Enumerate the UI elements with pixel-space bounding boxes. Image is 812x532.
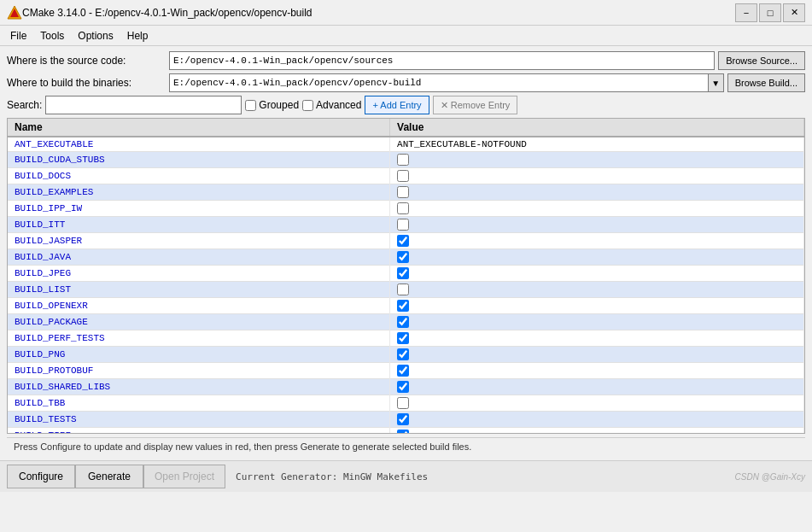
entry-checkbox[interactable] <box>397 186 409 198</box>
entry-value[interactable] <box>390 266 804 282</box>
entry-name: BUILD_PROTOBUF <box>8 363 390 379</box>
entry-checkbox[interactable] <box>397 316 409 328</box>
table-row: BUILD_SHARED_LIBS <box>8 379 804 395</box>
open-project-button[interactable]: Open Project <box>143 465 225 488</box>
entry-value[interactable] <box>390 363 804 379</box>
table-row: BUILD_TIFF <box>8 428 804 435</box>
app-icon <box>7 5 22 20</box>
entry-value[interactable] <box>390 282 804 298</box>
advanced-checkbox[interactable] <box>302 100 313 111</box>
remove-entry-button[interactable]: ✕ Remove Entry <box>433 96 518 114</box>
browse-source-button[interactable]: Browse Source... <box>718 51 805 70</box>
configure-button[interactable]: Configure <box>7 465 75 488</box>
build-dropdown-arrow[interactable]: ▼ <box>709 73 724 92</box>
entry-value[interactable] <box>390 314 804 330</box>
window-controls: − □ ✕ <box>735 3 805 22</box>
table-row: BUILD_EXAMPLES <box>8 184 804 201</box>
browse-build-button[interactable]: Browse Build... <box>727 73 805 92</box>
entry-checkbox[interactable] <box>397 332 409 344</box>
entry-value[interactable] <box>390 201 804 217</box>
entry-checkbox[interactable] <box>397 202 409 214</box>
entry-name: ANT_EXECUTABLE <box>8 137 390 152</box>
grouped-checkbox[interactable] <box>245 100 256 111</box>
entry-value[interactable] <box>390 347 804 363</box>
bottom-bar: Configure Generate Open Project Current … <box>0 460 812 492</box>
entry-value[interactable] <box>390 217 804 233</box>
cmake-table: Name Value ANT_EXECUTABLEANT_EXECUTABLE-… <box>7 118 805 434</box>
entry-name: BUILD_SHARED_LIBS <box>8 379 390 395</box>
entry-value[interactable] <box>390 168 804 184</box>
menu-tools[interactable]: Tools <box>33 28 71 44</box>
entry-value[interactable] <box>390 184 804 201</box>
table-header-row: Name Value <box>8 119 804 137</box>
table-row: BUILD_IPP_IW <box>8 201 804 217</box>
entry-value[interactable] <box>390 152 804 168</box>
table-row: BUILD_PNG <box>8 347 804 363</box>
table-row: BUILD_LIST <box>8 282 804 298</box>
entry-checkbox[interactable] <box>397 397 409 409</box>
add-entry-button[interactable]: + Add Entry <box>365 96 429 114</box>
entry-value[interactable] <box>390 233 804 249</box>
build-row: Where to build the binaries: ▼ Browse Bu… <box>7 73 805 92</box>
table-row: BUILD_PERF_TESTS <box>8 330 804 347</box>
menu-file[interactable]: File <box>3 28 33 44</box>
entry-checkbox[interactable] <box>397 267 409 279</box>
menu-bar: File Tools Options Help <box>0 26 812 46</box>
table-row: ANT_EXECUTABLEANT_EXECUTABLE-NOTFOUND <box>8 137 804 152</box>
close-button[interactable]: ✕ <box>783 3 805 22</box>
entry-name: BUILD_TESTS <box>8 412 390 428</box>
search-input[interactable] <box>45 96 242 114</box>
col-header-name: Name <box>8 119 390 137</box>
grouped-label: Grouped <box>259 99 299 111</box>
search-label: Search: <box>7 99 42 111</box>
table-row: BUILD_PACKAGE <box>8 314 804 330</box>
entry-value[interactable] <box>390 395 804 412</box>
add-entry-label: + Add Entry <box>372 100 421 110</box>
source-input[interactable] <box>169 51 715 70</box>
entry-checkbox[interactable] <box>397 381 409 393</box>
entry-checkbox[interactable] <box>397 219 409 231</box>
menu-help[interactable]: Help <box>120 28 155 44</box>
entry-checkbox[interactable] <box>397 365 409 377</box>
entry-name: BUILD_PACKAGE <box>8 314 390 330</box>
grouped-checkbox-label[interactable]: Grouped <box>245 99 299 111</box>
minimize-button[interactable]: − <box>735 3 757 22</box>
entry-value[interactable] <box>390 249 804 266</box>
menu-options[interactable]: Options <box>71 28 120 44</box>
entry-name: BUILD_TBB <box>8 395 390 412</box>
watermark: CSDN @Gain-Xcy <box>428 472 805 482</box>
maximize-button[interactable]: □ <box>759 3 781 22</box>
col-header-value: Value <box>390 119 804 137</box>
entry-checkbox[interactable] <box>397 348 409 360</box>
table-row: BUILD_JAVA <box>8 249 804 266</box>
build-input[interactable] <box>169 73 709 92</box>
entry-value[interactable] <box>390 428 804 435</box>
entry-value[interactable] <box>390 298 804 314</box>
entry-checkbox[interactable] <box>397 251 409 263</box>
status-bar: Press Configure to update and display ne… <box>7 437 805 455</box>
generate-button[interactable]: Generate <box>75 465 143 488</box>
entry-checkbox[interactable] <box>397 284 409 295</box>
entry-name: BUILD_EXAMPLES <box>8 184 390 201</box>
advanced-checkbox-label[interactable]: Advanced <box>302 99 361 111</box>
entry-checkbox[interactable] <box>397 154 409 166</box>
table-row: BUILD_ITT <box>8 217 804 233</box>
entry-value: ANT_EXECUTABLE-NOTFOUND <box>390 137 804 152</box>
entry-name: BUILD_LIST <box>8 282 390 298</box>
entry-checkbox[interactable] <box>397 413 409 425</box>
source-row: Where is the source code: Browse Source.… <box>7 51 805 70</box>
table-row: BUILD_OPENEXR <box>8 298 804 314</box>
table-row: BUILD_JASPER <box>8 233 804 249</box>
table-row: BUILD_CUDA_STUBS <box>8 152 804 168</box>
table-row: BUILD_PROTOBUF <box>8 363 804 379</box>
entry-checkbox[interactable] <box>397 430 409 434</box>
entry-checkbox[interactable] <box>397 300 409 312</box>
entry-value[interactable] <box>390 412 804 428</box>
table-row: BUILD_TBB <box>8 395 804 412</box>
entry-value[interactable] <box>390 330 804 347</box>
entry-name: BUILD_PNG <box>8 347 390 363</box>
entry-checkbox[interactable] <box>397 235 409 247</box>
entry-name: BUILD_CUDA_STUBS <box>8 152 390 168</box>
entry-checkbox[interactable] <box>397 170 409 182</box>
entry-value[interactable] <box>390 379 804 395</box>
